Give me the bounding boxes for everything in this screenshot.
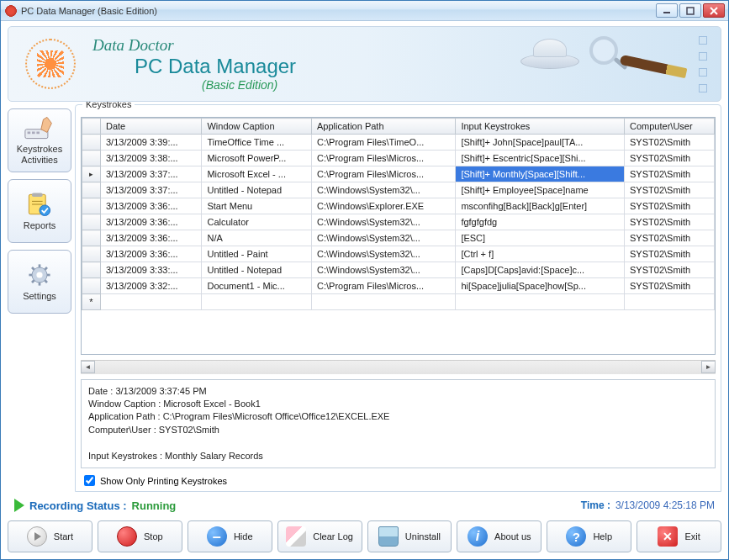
table-row[interactable]: 3/13/2009 3:36:...Untitled - PaintC:\Win… bbox=[82, 246, 715, 262]
cell-computer-user[interactable]: SYST02\Smith bbox=[625, 230, 715, 246]
cell-input-keystrokes[interactable]: [Shift]+ Monthly[Space][Shift... bbox=[456, 166, 625, 182]
row-header-cell[interactable] bbox=[82, 278, 101, 294]
show-printing-checkbox[interactable]: Show Only Printing Keystrokes bbox=[76, 472, 721, 491]
column-application-path[interactable]: Application Path bbox=[312, 119, 456, 135]
cell-application-path[interactable]: C:\Windows\System32\... bbox=[312, 230, 456, 246]
table-row[interactable]: 3/13/2009 3:33:...Untitled - NotepadC:\W… bbox=[82, 262, 715, 278]
cell-computer-user[interactable]: SYST02\Smith bbox=[625, 182, 715, 198]
cell-date[interactable]: 3/13/2009 3:36:... bbox=[101, 246, 202, 262]
about-button[interactable]: iAbout us bbox=[457, 520, 541, 552]
table-row[interactable]: 3/13/2009 3:37:...Untitled - NotepadC:\W… bbox=[82, 182, 715, 198]
cell-date[interactable]: 3/13/2009 3:33:... bbox=[101, 262, 202, 278]
cell-input-keystrokes[interactable]: hi[Space]julia[Space]how[Sp... bbox=[456, 278, 625, 294]
cell-window-caption[interactable]: Untitled - Notepad bbox=[202, 262, 312, 278]
row-header-cell[interactable] bbox=[82, 214, 101, 230]
row-header-cell[interactable] bbox=[82, 151, 101, 166]
cell-date[interactable]: 3/13/2009 3:36:... bbox=[101, 230, 202, 246]
cell-application-path[interactable]: C:\Windows\Explorer.EXE bbox=[312, 198, 456, 214]
table-row[interactable]: 3/13/2009 3:39:...TimeOffice Time ...C:\… bbox=[82, 135, 715, 151]
cell-window-caption[interactable]: Calculator bbox=[202, 214, 312, 230]
cell-computer-user[interactable]: SYST02\Smith bbox=[625, 198, 715, 214]
cell-date[interactable]: 3/13/2009 3:37:... bbox=[101, 182, 202, 198]
cell-date[interactable]: 3/13/2009 3:32:... bbox=[101, 278, 202, 294]
hide-button[interactable]: –Hide bbox=[188, 520, 272, 552]
cell-date[interactable]: 3/13/2009 3:38:... bbox=[101, 151, 202, 166]
cell-window-caption[interactable]: Untitled - Notepad bbox=[202, 182, 312, 198]
row-header-cell[interactable] bbox=[82, 246, 101, 262]
cell-input-keystrokes[interactable]: [Shift]+ Escentric[Space][Shi... bbox=[456, 151, 625, 166]
cell-computer-user[interactable]: SYST02\Smith bbox=[625, 151, 715, 166]
row-header-cell[interactable] bbox=[82, 135, 101, 151]
minimize-button[interactable] bbox=[656, 3, 678, 18]
row-header-cell[interactable] bbox=[82, 230, 101, 246]
column-input-keystrokes[interactable]: Input Keystrokes bbox=[456, 119, 625, 135]
cell-window-caption[interactable]: Start Menu bbox=[202, 198, 312, 214]
table-row[interactable]: 3/13/2009 3:37:...Microsoft Excel - ...C… bbox=[82, 166, 715, 182]
cell-application-path[interactable]: C:\Windows\System32\... bbox=[312, 214, 456, 230]
cell-input-keystrokes[interactable]: [Caps]D[Caps]avid:[Space]c... bbox=[456, 262, 625, 278]
uninstall-button[interactable]: Uninstall bbox=[367, 520, 452, 552]
cell-input-keystrokes[interactable]: [ESC] bbox=[456, 230, 625, 246]
column-date[interactable]: Date bbox=[101, 119, 202, 135]
cell-computer-user[interactable]: SYST02\Smith bbox=[625, 246, 715, 262]
cell-date[interactable]: 3/13/2009 3:36:... bbox=[101, 198, 202, 214]
cell-computer-user[interactable]: SYST02\Smith bbox=[625, 135, 715, 151]
stop-button[interactable]: Stop bbox=[98, 520, 182, 552]
exit-button[interactable]: ✕Exit bbox=[637, 520, 721, 552]
cell-input-keystrokes[interactable]: msconfihg[Back][Back]g[Enter] bbox=[456, 198, 625, 214]
table-row[interactable]: 3/13/2009 3:36:...Start MenuC:\Windows\E… bbox=[82, 198, 715, 214]
keystrokes-table[interactable]: Date Window Caption Application Path Inp… bbox=[81, 117, 716, 355]
sidebar-label: Settings bbox=[23, 291, 56, 302]
cell-computer-user[interactable]: SYST02\Smith bbox=[625, 278, 715, 294]
cell-application-path[interactable]: C:\Windows\System32\... bbox=[312, 262, 456, 278]
cell-application-path[interactable]: C:\Program Files\Micros... bbox=[312, 151, 456, 166]
maximize-button[interactable] bbox=[679, 3, 701, 18]
cell-window-caption[interactable]: N/A bbox=[202, 230, 312, 246]
cell-input-keystrokes[interactable]: [Shift]+ John[Space]paul[TA... bbox=[456, 135, 625, 151]
help-button[interactable]: ?Help bbox=[547, 520, 631, 552]
cell-input-keystrokes[interactable]: [Ctrl + f] bbox=[456, 246, 625, 262]
table-row[interactable]: 3/13/2009 3:38:...Microsoft PowerP...C:\… bbox=[82, 151, 715, 166]
row-header-cell[interactable] bbox=[82, 198, 101, 214]
cell-input-keystrokes[interactable]: fgfgfgfdg bbox=[456, 214, 625, 230]
close-button[interactable] bbox=[703, 3, 725, 18]
cell-input-keystrokes[interactable]: [Shift]+ Employee[Space]name bbox=[456, 182, 625, 198]
row-header-cell[interactable] bbox=[82, 182, 101, 198]
cell-date[interactable]: 3/13/2009 3:37:... bbox=[101, 166, 202, 182]
cell-computer-user[interactable]: SYST02\Smith bbox=[625, 214, 715, 230]
cell-window-caption[interactable]: Untitled - Paint bbox=[202, 246, 312, 262]
cell-window-caption[interactable]: Microsoft PowerP... bbox=[202, 151, 312, 166]
sidebar-keystrokes-activities[interactable]: Keystrokes Activities bbox=[8, 108, 71, 172]
start-button[interactable]: Start bbox=[8, 520, 92, 552]
cell-application-path[interactable]: C:\Program Files\Micros... bbox=[312, 166, 456, 182]
checkbox-input[interactable] bbox=[84, 475, 95, 486]
column-computer-user[interactable]: Computer\User bbox=[625, 119, 715, 135]
table-row[interactable]: 3/13/2009 3:36:...CalculatorC:\Windows\S… bbox=[82, 214, 715, 230]
scroll-left-icon[interactable]: ◄ bbox=[81, 361, 95, 373]
row-header-cell[interactable] bbox=[82, 166, 101, 182]
cell-application-path[interactable]: C:\Program Files\Micros... bbox=[312, 278, 456, 294]
cell-application-path[interactable]: C:\Windows\System32\... bbox=[312, 246, 456, 262]
table-row[interactable]: 3/13/2009 3:32:...Document1 - Mic...C:\P… bbox=[82, 278, 715, 294]
sidebar-settings[interactable]: Settings bbox=[8, 250, 71, 314]
cell-window-caption[interactable]: Microsoft Excel - ... bbox=[202, 166, 312, 182]
cell-window-caption[interactable]: Document1 - Mic... bbox=[202, 278, 312, 294]
table-row[interactable]: 3/13/2009 3:36:...N/AC:\Windows\System32… bbox=[82, 230, 715, 246]
cell-application-path[interactable]: C:\Windows\System32\... bbox=[312, 182, 456, 198]
help-icon: ? bbox=[566, 526, 586, 547]
row-header-cell[interactable] bbox=[82, 262, 101, 278]
cell-computer-user[interactable]: SYST02\Smith bbox=[625, 166, 715, 182]
row-header-column[interactable] bbox=[82, 119, 101, 135]
cell-date[interactable]: 3/13/2009 3:36:... bbox=[101, 214, 202, 230]
scroll-right-icon[interactable]: ► bbox=[701, 361, 716, 373]
cell-application-path[interactable]: C:\Program Files\TimeO... bbox=[312, 135, 456, 151]
cell-computer-user[interactable]: SYST02\Smith bbox=[625, 262, 715, 278]
new-row[interactable]: * bbox=[82, 294, 715, 310]
column-window-caption[interactable]: Window Caption bbox=[202, 119, 312, 135]
cell-window-caption[interactable]: TimeOffice Time ... bbox=[202, 135, 312, 151]
titlebar[interactable]: PC Data Manager (Basic Edition) bbox=[1, 1, 728, 21]
horizontal-scrollbar[interactable]: ◄ ► bbox=[81, 360, 716, 374]
sidebar-reports[interactable]: Reports bbox=[8, 179, 71, 243]
cell-date[interactable]: 3/13/2009 3:39:... bbox=[101, 135, 202, 151]
clear-log-button[interactable]: Clear Log bbox=[277, 520, 362, 552]
